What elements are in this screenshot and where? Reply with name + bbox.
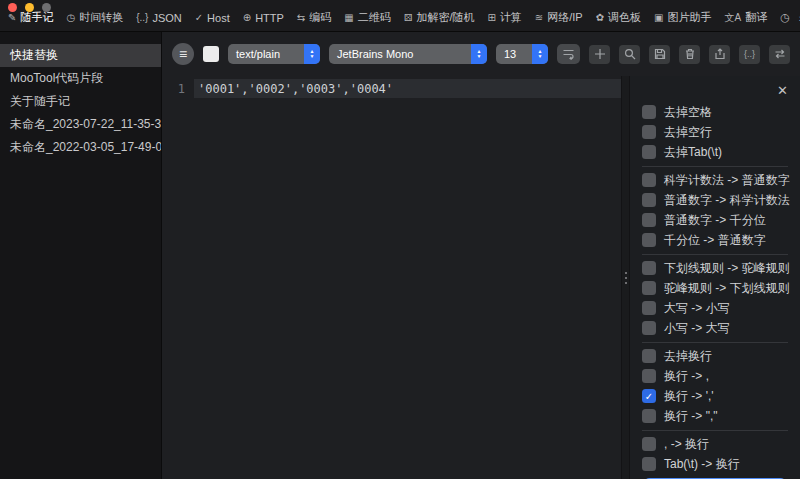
- option-label: 换行 -> ,: [664, 368, 709, 385]
- checkbox-checked-icon[interactable]: ✓: [642, 389, 656, 403]
- minimize-window-button[interactable]: [25, 3, 34, 12]
- history-icon[interactable]: ◷: [780, 11, 790, 24]
- checkbox-icon[interactable]: ✓: [642, 145, 656, 159]
- font-size-select[interactable]: 13 ▲▼: [496, 44, 548, 64]
- content-row: 1 '0001','0002','0003','0004' ✕ ✓去掉空格✓去掉…: [162, 76, 800, 479]
- drag-handle-icon: [625, 277, 627, 279]
- hamburger-icon: ≡: [179, 46, 187, 62]
- zoom-disabled-window-button[interactable]: [42, 3, 51, 12]
- menu-button[interactable]: ≡: [172, 43, 194, 65]
- replace-option[interactable]: ✓普通数字 -> 千分位: [642, 213, 788, 227]
- stepper-icon: ▲▼: [471, 44, 487, 64]
- checkbox-icon[interactable]: ✓: [642, 261, 656, 275]
- replace-option[interactable]: ✓去掉换行: [642, 349, 788, 363]
- delete-icon: [684, 48, 696, 60]
- tab-label: 网络/IP: [547, 10, 582, 25]
- tab-编码[interactable]: ⇆编码: [297, 10, 331, 25]
- tab-Host[interactable]: ✓Host: [195, 12, 230, 24]
- replace-icon: [774, 48, 786, 60]
- tab-翻译[interactable]: 文A翻译: [725, 10, 768, 25]
- replace-option[interactable]: ✓普通数字 -> 科学计数法: [642, 193, 788, 207]
- checkbox-icon[interactable]: ✓: [642, 349, 656, 363]
- replace-button[interactable]: [769, 45, 790, 64]
- sidebar-item[interactable]: 未命名_2022-03-05_17-49-00: [0, 136, 161, 159]
- checkbox-icon[interactable]: ✓: [642, 213, 656, 227]
- option-label: Tab(\t) -> 换行: [664, 456, 740, 473]
- checkbox-icon[interactable]: ✓: [642, 457, 656, 471]
- sidebar-item[interactable]: MooTool代码片段: [0, 67, 161, 90]
- sidebar-item[interactable]: 快捷替换: [0, 44, 161, 67]
- tab-时间转换[interactable]: ◷时间转换: [66, 10, 123, 25]
- tab-二维码[interactable]: ▦二维码: [344, 10, 390, 25]
- replace-option[interactable]: ✓科学计数法 -> 普通数字: [642, 173, 788, 187]
- tab-label: 加解密/随机: [416, 10, 474, 25]
- tab-计算[interactable]: ⊞计算: [487, 10, 521, 25]
- sidebar-item[interactable]: 未命名_2023-07-22_11-35-35: [0, 113, 161, 136]
- calculator-icon: ⊞: [487, 12, 495, 23]
- tab-加解密/随机[interactable]: ⚄加解密/随机: [404, 10, 475, 25]
- save-icon: [654, 48, 666, 60]
- dice-icon: ⚄: [404, 12, 413, 23]
- checkbox-icon[interactable]: ✓: [642, 321, 656, 335]
- checkbox-icon[interactable]: ✓: [642, 369, 656, 383]
- search-button[interactable]: [619, 45, 640, 64]
- close-panel-button[interactable]: ✕: [777, 82, 788, 99]
- checkbox-icon[interactable]: ✓: [642, 281, 656, 295]
- option-label: 去掉换行: [664, 348, 712, 365]
- checkbox-icon[interactable]: ✓: [642, 301, 656, 315]
- tab-JSON[interactable]: {..}JSON: [136, 12, 182, 24]
- window-titlebar: ✎随手记◷时间转换{..}JSON✓Host⊕HTTP⇆编码▦二维码⚄加解密/随…: [0, 0, 800, 32]
- tab-HTTP[interactable]: ⊕HTTP: [243, 12, 284, 24]
- option-label: 科学计数法 -> 普通数字: [664, 172, 790, 189]
- replace-option[interactable]: ✓大写 -> 小写: [642, 301, 788, 315]
- option-label: 大写 -> 小写: [664, 300, 730, 317]
- content-type-select[interactable]: text/plain ▲▼: [228, 44, 320, 64]
- add-icon: [594, 48, 606, 60]
- replace-option[interactable]: ✓驼峰规则 -> 下划线规则: [642, 281, 788, 295]
- checkbox-icon[interactable]: ✓: [642, 437, 656, 451]
- font-name-select[interactable]: JetBrains Mono ▲▼: [329, 44, 487, 64]
- format-braces-button[interactable]: {..}: [739, 45, 760, 64]
- delete-button[interactable]: [679, 45, 700, 64]
- qrcode-icon: ▦: [344, 12, 353, 23]
- checkbox-icon[interactable]: ✓: [642, 125, 656, 139]
- replace-option[interactable]: ✓, -> 换行: [642, 437, 788, 451]
- replace-option[interactable]: ✓去掉空格: [642, 105, 788, 119]
- replace-option[interactable]: ✓去掉空行: [642, 125, 788, 139]
- option-label: 驼峰规则 -> 下划线规则: [664, 280, 790, 297]
- option-label: 普通数字 -> 科学计数法: [664, 192, 790, 209]
- replace-option[interactable]: ✓去掉Tab(\t): [642, 145, 788, 159]
- replace-option[interactable]: ✓换行 -> ,: [642, 369, 788, 383]
- tab-网络/IP[interactable]: ≋网络/IP: [535, 10, 583, 25]
- checkbox-icon[interactable]: ✓: [642, 173, 656, 187]
- toolbar-checkbox[interactable]: [203, 46, 219, 62]
- replace-option[interactable]: ✓下划线规则 -> 驼峰规则: [642, 261, 788, 275]
- check-icon: ✓: [195, 12, 203, 23]
- checkbox-icon[interactable]: ✓: [642, 409, 656, 423]
- add-button[interactable]: [589, 45, 610, 64]
- checkbox-icon[interactable]: ✓: [642, 233, 656, 247]
- panel-splitter[interactable]: [621, 76, 630, 479]
- close-window-button[interactable]: [8, 3, 17, 12]
- tab-随手记[interactable]: ✎随手记: [8, 10, 53, 25]
- font-name-value: JetBrains Mono: [337, 48, 413, 60]
- tab-图片助手[interactable]: ▣图片助手: [654, 10, 711, 25]
- checkbox-icon[interactable]: ✓: [642, 105, 656, 119]
- export-button[interactable]: [709, 45, 730, 64]
- quick-replace-panel: ✕ ✓去掉空格✓去掉空行✓去掉Tab(\t)✓科学计数法 -> 普通数字✓普通数…: [630, 76, 800, 479]
- replace-option[interactable]: ✓换行 -> ',': [642, 389, 788, 403]
- word-wrap-button[interactable]: [557, 44, 580, 64]
- text-editor[interactable]: 1 '0001','0002','0003','0004': [162, 76, 621, 479]
- replace-option[interactable]: ✓千分位 -> 普通数字: [642, 233, 788, 247]
- replace-option[interactable]: ✓Tab(\t) -> 换行: [642, 457, 788, 471]
- braces-icon: {..}: [136, 12, 148, 23]
- replace-option[interactable]: ✓换行 -> ",": [642, 409, 788, 423]
- tab-label: 时间转换: [79, 10, 123, 25]
- option-group: ✓, -> 换行✓Tab(\t) -> 换行: [642, 430, 788, 478]
- sidebar-item[interactable]: 关于随手记: [0, 90, 161, 113]
- tab-label: Host: [207, 12, 230, 24]
- save-button[interactable]: [649, 45, 670, 64]
- replace-option[interactable]: ✓小写 -> 大写: [642, 321, 788, 335]
- checkbox-icon[interactable]: ✓: [642, 193, 656, 207]
- tab-调色板[interactable]: ✿调色板: [596, 10, 641, 25]
